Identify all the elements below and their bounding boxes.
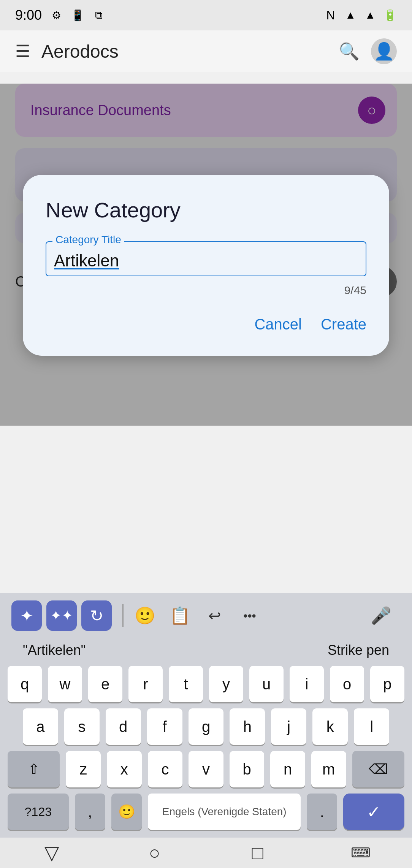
gear-icon: ⚙	[49, 8, 63, 22]
key-j[interactable]: j	[271, 708, 306, 745]
period-key[interactable]: .	[307, 794, 337, 830]
key-e[interactable]: e	[88, 666, 122, 702]
key-h[interactable]: h	[230, 708, 265, 745]
dialog-buttons: Cancel Create	[46, 312, 366, 337]
menu-icon[interactable]: ☰	[15, 43, 30, 60]
suggestion-2[interactable]: Strike pen	[328, 642, 389, 658]
key-u[interactable]: u	[249, 666, 284, 702]
status-bar: 9:00 ⚙ 📱 ⧉ N ▲ ▲ 🔋	[0, 0, 412, 30]
key-p[interactable]: p	[370, 666, 404, 702]
search-button[interactable]: 🔍	[339, 41, 360, 61]
category-title-input-wrapper[interactable]: Category Title Artikelen	[46, 241, 366, 276]
key-a[interactable]: a	[23, 708, 58, 745]
avatar[interactable]: 👤	[371, 38, 397, 64]
key-k[interactable]: k	[312, 708, 348, 745]
suggestions-row: "Artikelen" Strike pen	[0, 638, 412, 666]
avatar-icon: 👤	[374, 41, 395, 61]
symbols-key[interactable]: ?123	[8, 794, 69, 830]
key-t[interactable]: t	[169, 666, 203, 702]
key-f[interactable]: f	[147, 708, 182, 745]
space-key[interactable]: Engels (Verenigde Staten)	[148, 794, 301, 830]
key-b[interactable]: b	[230, 751, 265, 787]
key-m[interactable]: m	[311, 751, 346, 787]
header-right: 🔍 👤	[339, 38, 397, 64]
undo-button[interactable]: ↩	[200, 600, 230, 631]
key-x[interactable]: x	[107, 751, 142, 787]
emoji-toolbar-button[interactable]: 🙂	[130, 600, 160, 631]
home-nav-button[interactable]: ○	[139, 841, 170, 864]
battery-icon: 🔋	[383, 8, 397, 22]
key-r[interactable]: r	[128, 666, 163, 702]
category-title-label: Category Title	[52, 234, 124, 246]
key-c[interactable]: c	[148, 751, 183, 787]
category-title-input[interactable]: Artikelen	[54, 251, 358, 270]
ai-tool-3-button[interactable]: ↻	[81, 600, 112, 631]
app-title: Aerodocs	[41, 41, 119, 62]
key-i[interactable]: i	[290, 666, 324, 702]
wifi-icon: ▲	[344, 8, 357, 22]
keyboard-toolbar: ✦ ✦✦ ↻ 🙂 📋 ↩ ••• 🎤	[0, 593, 412, 638]
nfc-icon: N	[324, 8, 338, 22]
keyboard-row-2: a s d f g h j k l	[0, 708, 412, 745]
clipboard-button[interactable]: 📋	[165, 600, 195, 631]
dialog-title: New Category	[46, 198, 366, 222]
suggestion-1[interactable]: "Artikelen"	[23, 642, 86, 658]
key-y[interactable]: y	[209, 666, 243, 702]
key-z[interactable]: z	[66, 751, 101, 787]
char-count: 9/45	[46, 284, 366, 297]
key-g[interactable]: g	[189, 708, 224, 745]
new-category-dialog: New Category Category Title Artikelen 9/…	[23, 175, 389, 356]
backspace-key[interactable]: ⌫	[352, 751, 404, 787]
cancel-button[interactable]: Cancel	[254, 312, 302, 337]
status-time: 9:00	[15, 7, 42, 23]
copy-icon: ⧉	[92, 8, 106, 22]
back-nav-button[interactable]: ▽	[36, 841, 67, 864]
ai-tool-1-button[interactable]: ✦	[11, 600, 42, 631]
recents-nav-button[interactable]: □	[242, 841, 273, 864]
status-left: 9:00 ⚙ 📱 ⧉	[15, 7, 106, 23]
status-right-icons: N ▲ ▲ 🔋	[324, 8, 397, 22]
signal-icon: ▲	[363, 8, 377, 22]
comma-key[interactable]: ,	[75, 794, 105, 830]
keyboard-area: ✦ ✦✦ ↻ 🙂 📋 ↩ ••• 🎤 "Artikelen" Strike pe…	[0, 593, 412, 838]
toolbar-divider	[122, 604, 124, 627]
emoji-key[interactable]: 🙂	[111, 794, 142, 830]
key-l[interactable]: l	[354, 708, 389, 745]
app-header: ☰ Aerodocs 🔍 👤	[0, 30, 412, 72]
enter-key[interactable]: ✓	[343, 794, 404, 830]
microphone-button[interactable]: 🎤	[366, 600, 396, 631]
header-left: ☰ Aerodocs	[15, 41, 119, 62]
keyboard-nav-button[interactable]: ⌨	[345, 841, 376, 864]
key-o[interactable]: o	[330, 666, 364, 702]
shift-key[interactable]: ⇧	[8, 751, 60, 787]
phone-icon: 📱	[71, 8, 84, 22]
key-v[interactable]: v	[189, 751, 223, 787]
keyboard-row-1: q w e r t y u i o p	[0, 666, 412, 702]
key-s[interactable]: s	[64, 708, 100, 745]
key-n[interactable]: n	[270, 751, 305, 787]
key-q[interactable]: q	[8, 666, 42, 702]
keyboard-row-4: ?123 , 🙂 Engels (Verenigde Staten) . ✓	[0, 794, 412, 838]
create-button[interactable]: Create	[321, 312, 366, 337]
key-w[interactable]: w	[48, 666, 82, 702]
main-content: Insurance Documents ○ Custom Folders 📁+ …	[0, 84, 412, 426]
key-d[interactable]: d	[106, 708, 141, 745]
keyboard-row-3: ⇧ z x c v b n m ⌫	[0, 751, 412, 787]
more-button[interactable]: •••	[235, 600, 265, 631]
ai-tool-2-button[interactable]: ✦✦	[46, 600, 77, 631]
nav-bar: ▽ ○ □ ⌨	[0, 838, 412, 868]
